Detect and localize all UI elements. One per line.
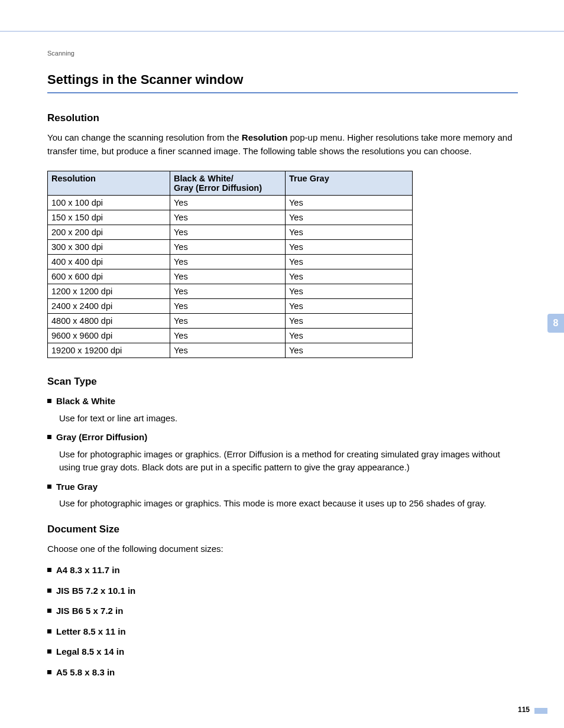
list-item: JIS B5 7.2 x 10.1 in — [47, 584, 518, 598]
table-cell: Yes — [286, 299, 413, 314]
bullet-icon — [47, 670, 51, 674]
table-cell: Yes — [170, 314, 286, 329]
bullet-row: Gray (Error Diffusion) — [47, 431, 518, 444]
bullet-description: Use for photographic images or graphics.… — [59, 448, 518, 474]
table-cell: 300 x 300 dpi — [48, 240, 170, 255]
resolution-table: Resolution Black & White/ Gray (Error Di… — [47, 171, 413, 358]
scan-type-item: Gray (Error Diffusion) Use for photograp… — [47, 431, 518, 474]
bullet-row: Black & White — [47, 395, 518, 408]
bullet-label: JIS B6 5 x 7.2 in — [56, 604, 123, 618]
bullet-icon — [47, 629, 51, 633]
text: You can change the scanning resolution f… — [47, 132, 242, 142]
table-header-cell: Black & White/ Gray (Error Diffusion) — [170, 171, 286, 196]
bullet-icon — [47, 609, 51, 613]
table-cell: Yes — [286, 196, 413, 210]
page-title: Settings in the Scanner window — [47, 72, 518, 93]
table-cell: Yes — [170, 240, 286, 255]
table-header-cell: Resolution — [48, 171, 170, 196]
chapter-tab[interactable]: 8 — [547, 314, 564, 333]
bullet-description: Use for text or line art images. — [59, 412, 518, 425]
table-cell: 100 x 100 dpi — [48, 196, 170, 210]
table-row: 100 x 100 dpi Yes Yes — [48, 196, 413, 210]
table-row: 4800 x 4800 dpi Yes Yes — [48, 314, 413, 329]
table-row: 150 x 150 dpi Yes Yes — [48, 210, 413, 225]
table-cell: 4800 x 4800 dpi — [48, 314, 170, 329]
table-cell: Yes — [286, 329, 413, 343]
bullet-label: Black & White — [56, 395, 115, 408]
page-accent — [534, 708, 547, 714]
table-cell: Yes — [286, 284, 413, 299]
bullet-label: Gray (Error Diffusion) — [56, 431, 147, 444]
bullet-icon — [47, 568, 51, 572]
bullet-icon — [47, 589, 51, 593]
table-cell: Yes — [286, 210, 413, 225]
list-item: A4 8.3 x 11.7 in — [47, 564, 518, 577]
bullet-label: JIS B5 7.2 x 10.1 in — [56, 584, 135, 598]
table-row: 2400 x 2400 dpi Yes Yes — [48, 299, 413, 314]
text-bold: Resolution — [242, 132, 288, 142]
bullet-label: A4 8.3 x 11.7 in — [56, 564, 120, 577]
list-item: Letter 8.5 x 11 in — [47, 625, 518, 639]
table-cell: Yes — [170, 299, 286, 314]
bullet-description: Use for photographic images or graphics.… — [59, 497, 518, 511]
table-row: 300 x 300 dpi Yes Yes — [48, 240, 413, 255]
page-number: 115 — [518, 706, 530, 714]
breadcrumb: Scanning — [47, 50, 518, 57]
table-cell: Yes — [286, 314, 413, 329]
table-cell: Yes — [286, 225, 413, 240]
text: Gray (Error Diffusion) — [174, 183, 262, 193]
page-content: Scanning Settings in the Scanner window … — [0, 32, 564, 679]
table-cell: 9600 x 9600 dpi — [48, 329, 170, 343]
table-cell: 600 x 600 dpi — [48, 269, 170, 284]
table-cell: Yes — [286, 269, 413, 284]
list-item: JIS B6 5 x 7.2 in — [47, 604, 518, 618]
resolution-intro: You can change the scanning resolution f… — [47, 131, 518, 158]
document-size-heading: Document Size — [47, 524, 518, 535]
table-cell: Yes — [170, 225, 286, 240]
bullet-icon — [47, 485, 51, 489]
bullet-row: True Gray — [47, 480, 518, 494]
table-cell: Yes — [170, 329, 286, 343]
table-cell: Yes — [170, 210, 286, 225]
bullet-icon — [47, 649, 51, 654]
table-row: 1200 x 1200 dpi Yes Yes — [48, 284, 413, 299]
table-row: 9600 x 9600 dpi Yes Yes — [48, 329, 413, 343]
table-cell: Yes — [286, 255, 413, 269]
document-size-list: A4 8.3 x 11.7 in JIS B5 7.2 x 10.1 in JI… — [47, 564, 518, 679]
table-row: 19200 x 19200 dpi Yes Yes — [48, 343, 413, 358]
table-cell: Yes — [170, 196, 286, 210]
table-cell: 150 x 150 dpi — [48, 210, 170, 225]
table-cell: 400 x 400 dpi — [48, 255, 170, 269]
table-cell: Yes — [286, 240, 413, 255]
bullet-icon — [47, 435, 51, 439]
table-cell: 19200 x 19200 dpi — [48, 343, 170, 358]
table-cell: Yes — [170, 255, 286, 269]
table-row: 200 x 200 dpi Yes Yes — [48, 225, 413, 240]
bullet-icon — [47, 399, 51, 403]
scan-type-item: Black & White Use for text or line art i… — [47, 395, 518, 425]
table-cell: Yes — [170, 343, 286, 358]
table-row: 400 x 400 dpi Yes Yes — [48, 255, 413, 269]
table-cell: 2400 x 2400 dpi — [48, 299, 170, 314]
table-cell: Yes — [170, 269, 286, 284]
bullet-label: Legal 8.5 x 14 in — [56, 645, 124, 659]
document-size-intro: Choose one of the following document siz… — [47, 542, 518, 556]
scan-type-item: True Gray Use for photographic images or… — [47, 480, 518, 511]
table-cell: 1200 x 1200 dpi — [48, 284, 170, 299]
top-bar — [0, 0, 564, 32]
list-item: Legal 8.5 x 14 in — [47, 645, 518, 659]
bullet-label: True Gray — [56, 480, 98, 494]
bullet-label: A5 5.8 x 8.3 in — [56, 666, 115, 680]
scan-type-heading: Scan Type — [47, 376, 518, 388]
table-row: 600 x 600 dpi Yes Yes — [48, 269, 413, 284]
resolution-heading: Resolution — [47, 112, 518, 124]
bullet-label: Letter 8.5 x 11 in — [56, 625, 126, 639]
table-header-row: Resolution Black & White/ Gray (Error Di… — [48, 171, 413, 196]
table-header-cell: True Gray — [286, 171, 413, 196]
table-cell: 200 x 200 dpi — [48, 225, 170, 240]
table-cell: Yes — [286, 343, 413, 358]
table-cell: Yes — [170, 284, 286, 299]
text: Black & White/ — [174, 174, 234, 183]
list-item: A5 5.8 x 8.3 in — [47, 666, 518, 680]
